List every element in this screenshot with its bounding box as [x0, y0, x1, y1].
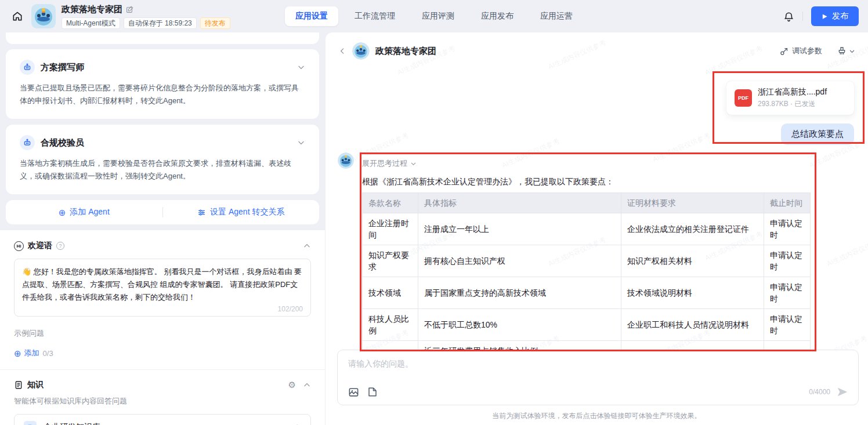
- agents-area: 方案撰写师 当要点已提取且场景已匹配，需要将碎片化信息整合为分阶段的落地方案，或…: [0, 32, 325, 230]
- chat-message-area[interactable]: PDF 浙江省高新技....pdf 293.87KB · 已发送 总结政策要点 …: [326, 70, 868, 350]
- set-handoff-label: 设置 Agent 转交关系: [210, 207, 284, 217]
- cell: 申请认定时: [764, 277, 811, 309]
- agent-card[interactable]: 合规校验员 当落地方案初稿生成后，需要校验是否符合政策原文要求，排查材料遗漏、表…: [6, 125, 319, 194]
- table-row: 企业注册时间 注册成立一年以上 企业依法成立的相关注册登记证件 申请认定时: [363, 213, 811, 245]
- bell-icon: [783, 11, 794, 22]
- knowledge-list: 企业研发知识库 ⊖ 科技型企业政策法规知识库 ⊖: [14, 414, 311, 425]
- robot-icon: [20, 60, 35, 75]
- status-badge: 待发布: [200, 17, 230, 29]
- knowledge-item[interactable]: 企业研发知识库 ⊖: [15, 415, 310, 425]
- upload-file-button[interactable]: [367, 387, 378, 397]
- agent-description: 当要点已提取且场景已匹配，需要将碎片化信息整合为分阶段的落地方案，或撰写具体的申…: [20, 82, 305, 107]
- agent-actions-row: ⊕ 添加 Agent 设置 Agent 转交关系: [6, 200, 319, 224]
- sample-question-count: 0/3: [43, 349, 53, 358]
- cell: 企业注册时间: [363, 213, 418, 245]
- chevron-up-icon[interactable]: [303, 242, 311, 250]
- add-agent-button[interactable]: ⊕ 添加 Agent: [6, 207, 162, 217]
- tab-release[interactable]: 应用发布: [471, 6, 524, 26]
- col-header: 具体指标: [418, 193, 621, 213]
- publish-label: 发布: [832, 11, 848, 21]
- thought-process-toggle[interactable]: 展开思考过程: [362, 158, 810, 169]
- welcome-title: 欢迎语: [28, 241, 52, 251]
- tab-operation[interactable]: 应用运营: [530, 6, 583, 26]
- agent-name: 合规校验员: [41, 137, 291, 148]
- tab-evaluation[interactable]: 应用评测: [411, 6, 465, 26]
- sliders-icon: [197, 208, 206, 217]
- clear-chat-button[interactable]: [837, 46, 855, 56]
- cell: 知识产权要求: [363, 245, 418, 277]
- document-icon: [14, 380, 23, 390]
- cell: 研发费用比例: [363, 341, 418, 350]
- pdf-file-icon: PDF: [735, 89, 752, 107]
- gear-icon[interactable]: ⚙: [288, 380, 296, 390]
- chat-input[interactable]: [348, 359, 848, 368]
- upload-image-button[interactable]: [348, 387, 359, 398]
- cell: 技术领域说明材料: [621, 277, 764, 309]
- topbar-left: 政策落地专家团 Multi-Agent模式 自动保存于 18:59:23 待发布: [9, 4, 230, 29]
- section-divider: [0, 369, 325, 370]
- cell: 不低于职工总数10%: [418, 309, 621, 341]
- play-icon: [822, 13, 828, 20]
- file-meta: 293.87KB · 已发送: [758, 99, 827, 109]
- cell: 知识产权相关材料: [621, 245, 764, 277]
- tab-workflow[interactable]: 工作流管理: [344, 6, 406, 26]
- agent-card[interactable]: 方案撰写师 当要点已提取且场景已匹配，需要将碎片化信息整合为分阶段的落地方案，或…: [6, 49, 319, 119]
- topbar: 政策落地专家团 Multi-Agent模式 自动保存于 18:59:23 待发布…: [0, 0, 868, 32]
- cell: 拥有核心自主知识产权: [418, 245, 621, 277]
- chevron-down-icon[interactable]: [297, 139, 305, 147]
- debug-params-button[interactable]: 调试参数: [780, 46, 822, 56]
- tab-app-settings[interactable]: 应用设置: [285, 6, 338, 26]
- cell: 企业职工和科技人员情况说明材料: [621, 309, 764, 341]
- sidebar: 方案撰写师 当要点已提取且场景已匹配，需要将碎片化信息整合为分阶段的落地方案，或…: [0, 32, 325, 425]
- cell: 近三个会计年度: [764, 341, 811, 350]
- sample-questions-label: 示例问题: [14, 328, 311, 339]
- cell: 属于国家重点支持的高新技术领域: [418, 277, 621, 309]
- file-attachment-card[interactable]: PDF 浙江省高新技....pdf 293.87KB · 已发送: [726, 81, 854, 115]
- publish-button[interactable]: 发布: [811, 6, 859, 26]
- notification-button[interactable]: [783, 11, 794, 22]
- send-button[interactable]: [836, 386, 849, 398]
- file-name: 浙江省高新技....pdf: [758, 87, 827, 97]
- input-char-counter: 0/4000: [809, 388, 830, 396]
- user-message-group: PDF 浙江省高新技....pdf 293.87KB · 已发送 总结政策要点: [726, 81, 854, 145]
- table-header-row: 条款名称 具体指标 证明材料要求 截止时间: [363, 193, 811, 213]
- chevron-left-icon: [338, 47, 346, 55]
- agent-description: 当落地方案初稿生成后，需要校验是否符合政策原文要求，排查材料遗漏、表述歧义，或确…: [20, 157, 305, 183]
- app-avatar: [31, 4, 56, 28]
- knowledge-section: 知识 ⚙ 智能体可根据知识库内容回答问题 企业研发知识库: [14, 380, 311, 425]
- app-title: 政策落地专家团: [62, 4, 122, 15]
- chevron-down-icon[interactable]: [297, 63, 305, 71]
- table-row: 知识产权要求 拥有核心自主知识产权 知识产权相关材料 申请认定时: [363, 245, 811, 277]
- title-block: 政策落地专家团 Multi-Agent模式 自动保存于 18:59:23 待发布: [62, 4, 230, 29]
- chevron-down-icon: [849, 48, 855, 55]
- add-sample-question-button[interactable]: ⊕ 添加: [14, 348, 39, 358]
- config-area: Hi 欢迎语 ? 👋 您好！我是您的专属政策落地指挥官。 别看我只是一个对话框，…: [0, 230, 325, 425]
- edit-title-button[interactable]: [126, 6, 133, 13]
- back-button[interactable]: [338, 47, 346, 55]
- app-root: 政策落地专家团 Multi-Agent模式 自动保存于 18:59:23 待发布…: [0, 0, 868, 425]
- agent-name: 方案撰写师: [41, 62, 291, 73]
- welcome-textarea[interactable]: 👋 您好！我是您的专属政策落地指挥官。 别看我只是一个对话框，我身后站着由 要点…: [14, 259, 311, 317]
- mode-badge: Multi-Agent模式: [62, 17, 120, 29]
- cell: 注册成立一年以上: [418, 213, 621, 245]
- brush-icon: [837, 46, 847, 56]
- main-tabs: 应用设置 工作流管理 应用评测 应用发布 应用运营: [285, 6, 583, 26]
- cell: 经审计的研发费用专项报告: [621, 341, 764, 350]
- home-button[interactable]: [9, 8, 26, 24]
- folder-icon: [367, 387, 378, 397]
- set-handoff-button[interactable]: 设置 Agent 转交关系: [163, 207, 320, 217]
- edit-pencil-icon: [126, 6, 133, 13]
- knowledge-subtitle: 智能体可根据知识库内容回答问题: [14, 396, 311, 406]
- remove-knowledge-button[interactable]: ⊖: [294, 422, 301, 425]
- cell: 科技人员比例: [363, 309, 418, 341]
- col-header: 截止时间: [764, 193, 811, 213]
- policy-points-table: 条款名称 具体指标 证明材料要求 截止时间 企业注册时间 注册成立一年以上 企业…: [362, 192, 811, 350]
- cell: 申请认定时: [764, 213, 811, 245]
- add-agent-label: 添加 Agent: [70, 207, 109, 217]
- chat-input-box: 0/4000: [337, 350, 859, 405]
- send-icon: [836, 386, 849, 398]
- hi-icon: Hi: [14, 241, 24, 251]
- chevron-up-icon[interactable]: [303, 381, 311, 389]
- table-row: 研发费用比例 近三年研发费用占销售收入比例： - 销售收入≤5000万：不低于5…: [363, 341, 811, 350]
- help-icon[interactable]: ?: [56, 242, 64, 250]
